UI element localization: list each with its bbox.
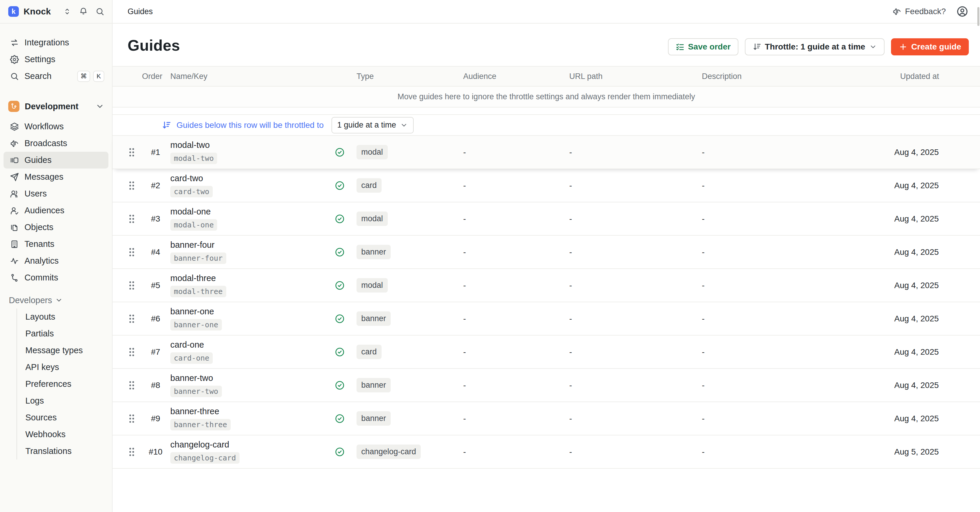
description-cell: - (696, 447, 894, 456)
sidebar-item-message-types[interactable]: Message types (17, 342, 112, 359)
updated-at-cell: Aug 4, 2025 (894, 214, 980, 224)
sidebar: k Knock Integrations Settings Search⌘K D… (0, 0, 113, 512)
audience-cell: - (457, 347, 563, 357)
sidebar-item-label: Tenants (24, 239, 54, 249)
throttle-dropdown-button[interactable]: Throttle: 1 guide at a time (745, 38, 885, 56)
save-order-button[interactable]: Save order (668, 38, 738, 56)
bell-icon[interactable] (79, 7, 88, 16)
sidebar-item-api-keys[interactable]: API keys (17, 359, 112, 375)
guide-row[interactable]: #10 changelog-card changelog-card change… (113, 436, 980, 469)
guide-row[interactable]: #4 banner-four banner-four banner - - - … (113, 236, 980, 269)
sidebar-item-label: Settings (24, 54, 56, 64)
sidebar-item-translations[interactable]: Translations (17, 443, 112, 460)
guide-row[interactable]: #1 modal-two modal-two modal - - - Aug 4… (113, 136, 980, 169)
developers-section-toggle[interactable]: Developers (0, 292, 112, 308)
guide-order: #7 (141, 347, 170, 357)
guide-name: modal-three (170, 273, 216, 283)
type-badge: changelog-card (356, 445, 421, 459)
guide-key: modal-one (170, 219, 217, 231)
chevron-down-icon (55, 296, 63, 304)
column-header-updated-at: Updated at (894, 72, 980, 81)
sidebar-item-commits[interactable]: Commits (0, 269, 112, 286)
drag-handle-icon[interactable] (127, 181, 136, 191)
sidebar-item-integrations[interactable]: Integrations (0, 34, 112, 51)
sidebar-item-messages[interactable]: Messages (0, 169, 112, 185)
column-header-description: Description (696, 72, 894, 81)
sidebar-item-layouts[interactable]: Layouts (17, 308, 112, 325)
user-avatar-icon[interactable] (956, 6, 968, 17)
drag-handle-icon[interactable] (127, 280, 136, 291)
guide-row[interactable]: #8 banner-two banner-two banner - - - Au… (113, 369, 980, 402)
drag-handle-icon[interactable] (127, 247, 136, 257)
column-header-name-key: Name/Key (170, 72, 333, 81)
sidebar-item-preferences[interactable]: Preferences (17, 375, 112, 393)
audience-cell: - (457, 314, 563, 323)
drag-handle-icon[interactable] (127, 413, 136, 424)
url-path-cell: - (563, 381, 696, 390)
type-badge: modal (356, 211, 388, 226)
type-badge: card (356, 178, 382, 192)
status-check-icon (333, 347, 354, 357)
sidebar-item-analytics[interactable]: Analytics (0, 253, 112, 269)
guide-row[interactable]: #9 banner-three banner-three banner - - … (113, 402, 980, 436)
drag-handle-icon[interactable] (127, 214, 136, 224)
throttle-value-select[interactable]: 1 guide at a time (331, 117, 414, 134)
guide-row[interactable]: #7 card-one card-one card - - - Aug 4, 2… (113, 336, 980, 369)
type-badge: modal (356, 145, 388, 159)
updated-at-cell: Aug 5, 2025 (894, 447, 980, 456)
chevrons-up-down-icon[interactable] (63, 7, 71, 16)
main-area: Guides Feedback? Guides Save order Throt… (113, 0, 980, 512)
sidebar-item-tenants[interactable]: Tenants (0, 236, 112, 253)
sidebar-item-workflows[interactable]: Workflows (0, 118, 112, 135)
url-path-cell: - (563, 148, 696, 157)
checklist-icon (676, 43, 684, 51)
vertical-scrollbar[interactable] (977, 7, 979, 26)
create-guide-button[interactable]: Create guide (891, 38, 969, 56)
drag-handle-icon[interactable] (127, 380, 136, 390)
sidebar-item-users[interactable]: Users (0, 185, 112, 202)
sidebar-item-guides[interactable]: Guides (3, 152, 108, 169)
guide-row[interactable]: #6 banner-one banner-one banner - - - Au… (113, 302, 980, 336)
column-header-audience: Audience (457, 72, 563, 81)
sidebar-item-label: Workflows (24, 122, 64, 131)
building-icon (10, 240, 19, 249)
status-check-icon (333, 447, 354, 457)
sidebar-item-objects[interactable]: Objects (0, 219, 112, 236)
drag-handle-icon[interactable] (127, 147, 136, 157)
sidebar-item-logs[interactable]: Logs (17, 393, 112, 409)
guide-name: banner-two (170, 373, 213, 383)
sidebar-item-sources[interactable]: Sources (17, 409, 112, 426)
feedback-button[interactable]: Feedback? (892, 7, 946, 16)
page-title: Guides (127, 37, 180, 54)
status-check-icon (333, 380, 354, 390)
drag-handle-icon[interactable] (127, 447, 136, 457)
integrations-icon (10, 38, 19, 47)
feedback-label: Feedback? (905, 7, 946, 16)
guide-rows: #1 modal-two modal-two modal - - - Aug 4… (113, 136, 980, 469)
type-badge: banner (356, 245, 391, 259)
guide-row[interactable]: #5 modal-three modal-three modal - - - A… (113, 269, 980, 302)
drag-handle-icon[interactable] (127, 314, 136, 324)
sidebar-item-broadcasts[interactable]: Broadcasts (0, 135, 112, 152)
users-icon (10, 189, 19, 198)
sort-desc-icon (752, 43, 761, 51)
guide-row[interactable]: #3 modal-one modal-one modal - - - Aug 4… (113, 202, 980, 236)
sidebar-item-settings[interactable]: Settings (0, 51, 112, 68)
workspace-name: Knock (24, 6, 51, 16)
drag-handle-icon[interactable] (127, 347, 136, 357)
search-shortcut: ⌘K (77, 71, 104, 82)
sort-desc-icon (162, 121, 171, 130)
megaphone-icon (892, 7, 901, 16)
guide-key: banner-four (170, 253, 226, 264)
sidebar-item-audiences[interactable]: Audiences (0, 202, 112, 219)
updated-at-cell: Aug 4, 2025 (894, 314, 980, 323)
updated-at-cell: Aug 4, 2025 (894, 248, 980, 257)
column-header-url-path: URL path (563, 72, 696, 81)
description-cell: - (696, 248, 894, 257)
sidebar-item-webhooks[interactable]: Webhooks (17, 426, 112, 443)
sidebar-item-search[interactable]: Search⌘K (0, 68, 112, 84)
environment-switcher[interactable]: Development (0, 97, 112, 116)
guide-row[interactable]: #2 card-two card-two card - - - Aug 4, 2… (113, 169, 980, 202)
sidebar-item-partials[interactable]: Partials (17, 325, 112, 342)
search-icon[interactable] (95, 7, 104, 16)
